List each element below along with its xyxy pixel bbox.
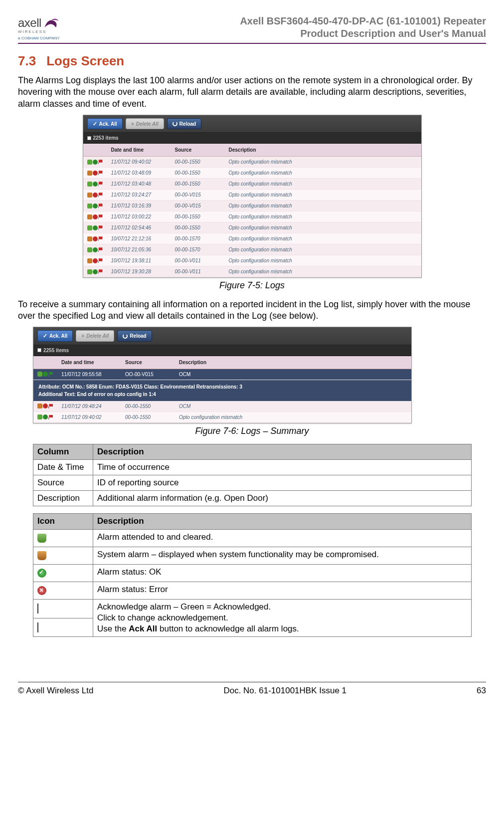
table-row: DescriptionAdditional alarm information … (33, 491, 472, 506)
x-icon: × (131, 121, 134, 127)
selected-row[interactable]: 11/07/12 09:55:58 OO-00-V015 OCM (33, 369, 411, 380)
row-description: Opto configuration mismatch (229, 181, 417, 187)
row-status-icons (87, 213, 107, 220)
row-source: 00-00-1570 (175, 246, 225, 253)
row-datetime: 10/07/12 21:05:36 (111, 246, 171, 253)
cleared-alarm-icon (37, 534, 46, 543)
row-datetime: 11/07/12 09:48:24 (61, 403, 121, 409)
cell-description: Additional alarm information (e.g. Open … (93, 491, 472, 506)
cell-description: ID of reporting source (93, 475, 472, 491)
row-source: 00-00-V011 (175, 257, 225, 264)
x-icon: × (81, 333, 84, 339)
footer-copyright: © Axell Wireless Ltd (18, 685, 93, 696)
log-row[interactable]: 11/07/12 09:40:0200-00-1550Opto configur… (83, 157, 421, 168)
table-row: Alarm status: OK (33, 564, 472, 582)
log-row[interactable]: 11/07/12 03:24:2700-00-V015Opto configur… (83, 190, 421, 201)
cell-icon (33, 564, 93, 582)
logo-wireless: WIRELESS (18, 29, 46, 34)
status-ok-icon (37, 569, 46, 578)
cell-description: System alarm – displayed when system fun… (93, 547, 472, 564)
column-description-table: Column Description Date & TimeTime of oc… (33, 444, 472, 506)
bell-icon (87, 269, 92, 274)
row-status-icons (87, 235, 107, 242)
page-header: axell WIRELESS a COBHAM COMPANY Axell BS… (18, 15, 486, 44)
row-status-icons (87, 268, 107, 275)
flag-icon (98, 247, 103, 252)
cell-description: Alarm status: OK (93, 564, 472, 582)
th-icon: Icon (33, 514, 93, 529)
ok-icon (93, 182, 98, 187)
cell-description: Alarm status: Error (93, 582, 472, 599)
row-description: Opto configuration mismatch (229, 170, 417, 176)
row-source: 00-00-1550 (175, 159, 225, 165)
logo-text: axell (18, 15, 41, 30)
log-row[interactable]: 11/07/12 09:48:2400-00-1550OCM (33, 401, 411, 412)
th-description: Description (93, 444, 472, 460)
err-icon (93, 258, 98, 263)
log-row[interactable]: 11/07/12 03:16:3900-00-V015Opto configur… (83, 201, 421, 211)
row-status-icons (37, 414, 57, 420)
row-datetime: 10/07/12 19:30:28 (111, 268, 171, 275)
log-row[interactable]: 11/07/12 03:48:0900-00-1550Opto configur… (83, 168, 421, 179)
red-flag-icon (37, 604, 46, 612)
check-icon: ✓ (43, 332, 47, 339)
row-source: 00-00-1550 (175, 170, 225, 176)
log-row[interactable]: 10/07/12 19:38:1100-00-V011Opto configur… (83, 255, 421, 266)
footer-pageno: 63 (477, 685, 486, 696)
col-source: Source (125, 359, 175, 366)
ack-all-button[interactable]: ✓Ack. All (87, 118, 123, 129)
flag-icon (48, 404, 53, 408)
err-icon (93, 171, 98, 176)
flag-red-row: Acknowledge alarm – Green = Acknowledged… (33, 599, 472, 618)
flag-icon (98, 193, 103, 197)
check-icon: ✓ (93, 120, 97, 127)
bell-icon (87, 247, 92, 252)
bell-icon (87, 258, 92, 263)
collapse-icon[interactable] (87, 136, 91, 140)
row-status-icons (87, 246, 107, 253)
collapse-icon[interactable] (37, 348, 41, 352)
flag-description: Acknowledge alarm – Green = Acknowledged… (93, 599, 472, 636)
cell-description: Time of occurrence (93, 460, 472, 475)
log-row[interactable]: 10/07/12 21:05:3600-00-1570Opto configur… (83, 244, 421, 255)
document-title: Axell BSF3604-450-470-DP-AC (61-101001) … (240, 15, 486, 40)
log-row[interactable]: 10/07/12 21:12:1600-00-1570Opto configur… (83, 233, 421, 244)
log-rows: 11/07/12 09:55:58 OO-00-V015 OCM Attribu… (33, 369, 411, 423)
ack-all-button[interactable]: ✓Ack. All (37, 330, 73, 341)
row-datetime: 11/07/12 09:40:02 (61, 414, 121, 420)
row-source: 00-00-V011 (175, 268, 225, 275)
table-row: System alarm – displayed when system fun… (33, 547, 472, 564)
toolbar: ✓Ack. All ×Delete All Reload (83, 115, 421, 133)
th-description: Description (93, 514, 472, 529)
col-description: Description (229, 147, 417, 153)
logo-company: a COBHAM COMPANY (18, 36, 60, 41)
flag-icon (98, 258, 103, 263)
row-description: Opto configuration mismatch (179, 414, 407, 420)
row-status-icons (37, 371, 57, 378)
log-row[interactable]: 11/07/12 09:40:0200-00-1550Opto configur… (33, 412, 411, 423)
log-rows: 11/07/12 09:40:0200-00-1550Opto configur… (83, 157, 421, 277)
footer-docno: Doc. No. 61-101001HBK Issue 1 (223, 685, 346, 696)
reload-button[interactable]: Reload (167, 118, 201, 129)
log-row[interactable]: 11/07/12 03:00:2200-00-1550Opto configur… (83, 211, 421, 222)
logs-screenshot: ✓Ack. All ×Delete All Reload 2253 items … (83, 115, 422, 278)
row-status-icons (37, 403, 57, 409)
log-row[interactable]: 11/07/12 02:54:4600-00-1550Opto configur… (83, 222, 421, 233)
log-row[interactable]: 11/07/12 03:40:4800-00-1550Opto configur… (83, 179, 421, 190)
row-description: OCM (179, 403, 407, 409)
delete-all-button[interactable]: ×Delete All (126, 118, 164, 129)
cell-icon (33, 547, 93, 564)
reload-button[interactable]: Reload (117, 330, 152, 341)
row-source: 00-00-V015 (175, 192, 225, 198)
bell-icon (87, 171, 92, 176)
items-count-bar: 2253 items (83, 133, 421, 144)
delete-all-button[interactable]: ×Delete All (76, 330, 114, 341)
log-row[interactable]: 10/07/12 19:30:2800-00-V011Opto configur… (83, 266, 421, 277)
column-headers: Date and time Source Description (33, 356, 411, 369)
row-source: 00-00-V015 (175, 203, 225, 209)
err-icon (43, 404, 48, 408)
ok-icon (43, 372, 48, 377)
row-status-icons (87, 170, 107, 176)
col-datetime: Date and time (111, 147, 171, 153)
table-row: Alarm attended to and cleared. (33, 529, 472, 547)
